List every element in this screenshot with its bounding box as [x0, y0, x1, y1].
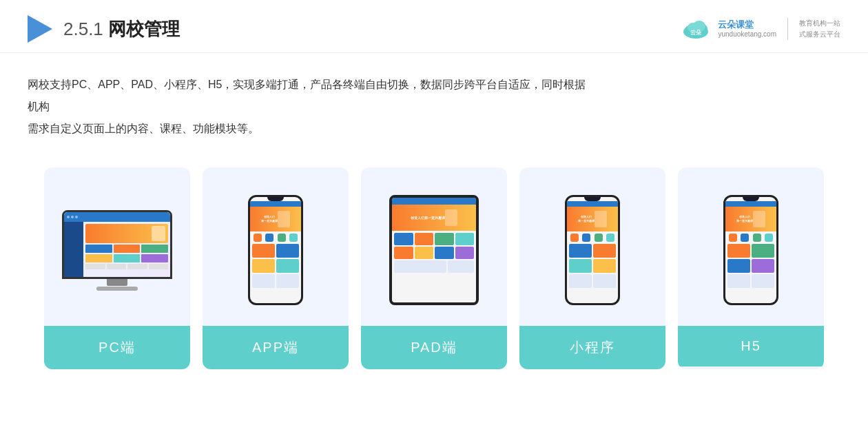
h5-label: H5	[678, 326, 824, 366]
pad-card: 创造人们第一堂兴趣课	[361, 167, 507, 369]
pad-label: PAD端	[361, 326, 507, 369]
pad-image-area: 创造人们第一堂兴趣课	[361, 167, 507, 326]
pc-image-area	[44, 167, 190, 326]
miniprogram-phone-mock: 创造人们第一堂兴趣课	[565, 195, 620, 305]
page-title: 2.5.1 网校管理	[63, 17, 180, 41]
brand-name: 云朵课堂	[718, 19, 754, 30]
brand-website: yunduoketang.com	[718, 30, 776, 39]
miniprogram-card: 创造人们第一堂兴趣课	[519, 167, 665, 369]
brand-divider	[787, 18, 788, 40]
app-image-area: 创造人们第一堂兴趣课	[203, 167, 349, 326]
app-phone-mock: 创造人们第一堂兴趣课	[248, 195, 303, 305]
logo-triangle-icon	[28, 15, 52, 43]
app-card: 创造人们第一堂兴趣课	[203, 167, 349, 369]
page-header: 2.5.1 网校管理 云朵 云朵课堂 yunduoketang.com 教育机构…	[0, 0, 868, 53]
header-left: 2.5.1 网校管理	[28, 15, 180, 43]
pc-card: PC端	[44, 167, 190, 369]
pc-label: PC端	[44, 326, 190, 369]
phone-notch-3	[743, 197, 759, 201]
miniprogram-image-area: 创造人们第一堂兴趣课	[519, 167, 665, 326]
h5-card: 创造人们第一堂兴趣课	[678, 167, 824, 369]
pad-mock: 创造人们第一堂兴趣课	[389, 195, 479, 305]
miniprogram-label: 小程序	[519, 326, 665, 369]
device-cards-section: PC端 创造人们第一堂兴趣课	[0, 154, 868, 390]
page-title-text: 网校管理	[108, 19, 180, 39]
cloud-icon: 云朵	[679, 12, 712, 45]
description-line2: 需求自定义页面上的内容、课程、功能模块等。	[28, 118, 592, 140]
h5-phone-mock: 创造人们第一堂兴趣课	[723, 195, 778, 305]
description-block: 网校支持PC、APP、PAD、小程序、H5，实现多端打通，产品各终端自由切换，数…	[0, 53, 620, 147]
brand-logo: 云朵 云朵课堂 yunduoketang.com 教育机构一站 式服务云平台	[679, 12, 840, 45]
brand-slogan: 教育机构一站 式服务云平台	[799, 18, 840, 40]
svg-text:云朵: 云朵	[690, 30, 702, 36]
page-number: 2.5.1	[63, 19, 103, 39]
phone-notch-2	[584, 197, 601, 201]
pc-mock	[62, 210, 172, 291]
app-label: APP端	[203, 326, 349, 369]
description-line1: 网校支持PC、APP、PAD、小程序、H5，实现多端打通，产品各终端自由切换，数…	[28, 74, 592, 118]
pc-monitor	[62, 210, 172, 279]
h5-image-area: 创造人们第一堂兴趣课	[678, 167, 824, 326]
phone-notch	[267, 197, 284, 201]
brand-text: 云朵课堂 yunduoketang.com	[718, 19, 776, 39]
